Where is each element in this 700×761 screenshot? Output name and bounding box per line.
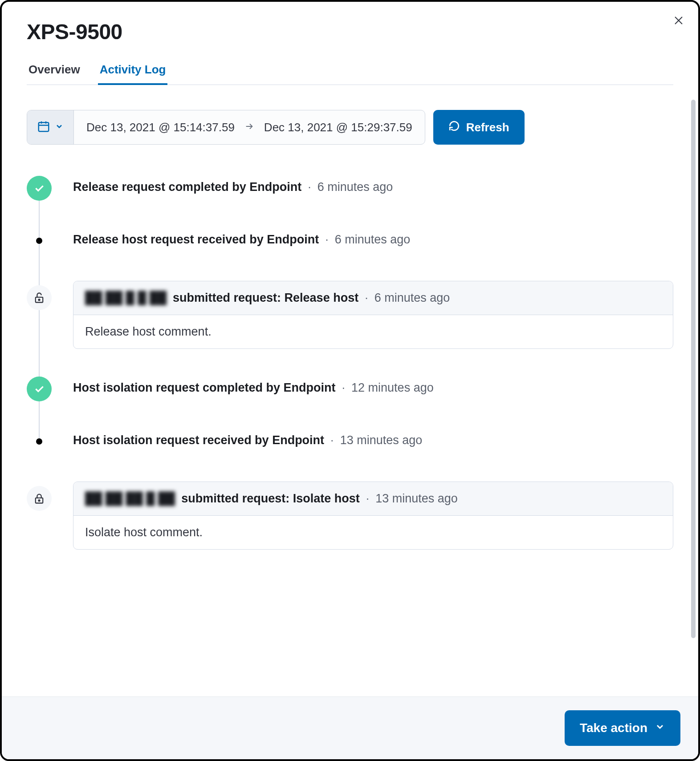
close-icon [673,15,684,28]
refresh-icon [448,120,460,135]
panel-header: XPS-9500 Overview Activity Log [2,2,698,85]
event-title: Release host request received by Endpoin… [73,233,319,247]
dot-icon [27,228,52,253]
date-picker[interactable]: Dec 13, 2021 @ 15:14:37.59 Dec 13, 2021 … [27,110,425,145]
event-action: submitted request: Release host [173,291,358,305]
timeline-event: ██ ██ █ █ ██ submitted request: Release … [27,281,673,349]
event-comment: Isolate host comment. [73,516,673,549]
take-action-label: Take action [580,721,647,735]
event-card: ██ ██ ██ █ ██ submitted request: Isolate… [73,482,673,550]
event-time: 13 minutes ago [375,492,458,506]
event-user: ██ ██ █ █ ██ [85,291,167,305]
tabs: Overview Activity Log [27,63,673,85]
timeline-event: ██ ██ ██ █ ██ submitted request: Isolate… [27,482,673,550]
close-button[interactable] [672,14,686,28]
event-user: ██ ██ ██ █ ██ [85,492,175,506]
timeline-event: Host isolation request received by Endpo… [27,429,673,454]
event-time: 12 minutes ago [351,381,434,395]
chevron-down-icon [55,122,64,133]
event-comment: Release host comment. [73,315,673,348]
arrow-right-icon [244,121,254,134]
event-action: submitted request: Isolate host [181,492,360,506]
date-to: Dec 13, 2021 @ 15:29:37.59 [264,121,412,134]
event-title: Host isolation request received by Endpo… [73,433,324,447]
svg-point-2 [38,299,40,300]
separator: · [366,492,370,506]
event-title: Release request completed by Endpoint [73,180,301,194]
separator: · [342,381,346,395]
separator: · [330,433,334,447]
flyout-panel: XPS-9500 Overview Activity Log Dec 13, 2… [2,2,698,759]
dot-icon [27,429,52,454]
event-content: Release request completed by Endpoint · … [73,176,673,194]
refresh-label: Refresh [466,121,509,134]
separator: · [365,291,368,305]
date-from: Dec 13, 2021 @ 15:14:37.59 [86,121,235,134]
event-time: 13 minutes ago [340,433,423,447]
take-action-button[interactable]: Take action [565,710,680,746]
timeline-event: Release request completed by Endpoint · … [27,176,673,201]
chevron-down-icon [655,721,665,735]
date-picker-toggle[interactable] [27,110,74,144]
event-card-header: ██ ██ ██ █ ██ submitted request: Isolate… [73,482,673,516]
check-icon [27,376,52,401]
calendar-icon [37,120,50,135]
event-time: 6 minutes ago [317,180,393,194]
date-range-display[interactable]: Dec 13, 2021 @ 15:14:37.59 Dec 13, 2021 … [74,121,425,134]
timeline-event: Host isolation request completed by Endp… [27,376,673,401]
panel-footer: Take action [2,696,698,759]
svg-point-4 [38,500,40,501]
unlock-icon [27,285,52,310]
event-content: Host isolation request completed by Endp… [73,376,673,395]
activity-timeline: Release request completed by Endpoint · … [27,176,673,550]
page-title: XPS-9500 [27,20,673,44]
svg-rect-0 [39,122,49,131]
event-card-header: ██ ██ █ █ ██ submitted request: Release … [73,281,673,315]
event-content: Release host request received by Endpoin… [73,228,673,247]
event-content: Host isolation request received by Endpo… [73,429,673,447]
panel-body: Dec 13, 2021 @ 15:14:37.59 Dec 13, 2021 … [2,85,698,696]
separator: · [308,180,311,194]
refresh-button[interactable]: Refresh [433,110,525,145]
event-time: 6 minutes ago [335,233,411,247]
timeline-event: Release host request received by Endpoin… [27,228,673,253]
check-icon [27,176,52,201]
tab-overview[interactable]: Overview [27,63,82,85]
tab-activity-log[interactable]: Activity Log [98,63,168,85]
event-card: ██ ██ █ █ ██ submitted request: Release … [73,281,673,349]
lock-icon [27,486,52,511]
event-title: Host isolation request completed by Endp… [73,381,336,395]
controls-row: Dec 13, 2021 @ 15:14:37.59 Dec 13, 2021 … [27,110,673,145]
event-time: 6 minutes ago [374,291,450,305]
separator: · [325,233,329,247]
